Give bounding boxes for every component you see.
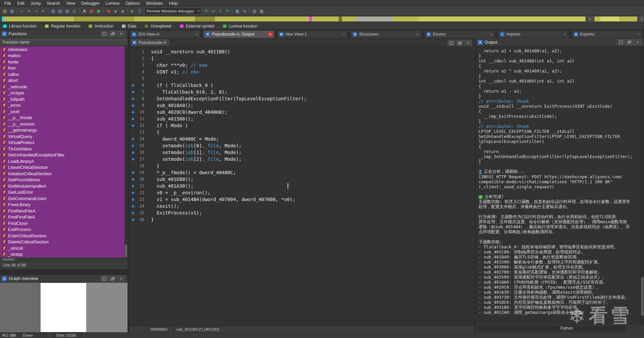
- functions-horizontal-scrollbar[interactable]: [0, 258, 128, 261]
- function-row[interactable]: fLoadLibraryA: [0, 158, 125, 164]
- code-line[interactable]: 22 v0 = _p__environ();: [130, 189, 475, 196]
- tab-hex-view-1[interactable]: HHex View-1×: [277, 30, 348, 38]
- function-row[interactable]: fTlsGetValue: [0, 146, 125, 152]
- tab-ida-view-a[interactable]: AIDA View-A×: [130, 30, 201, 38]
- menu-item-windows[interactable]: Windows: [143, 1, 166, 6]
- function-row[interactable]: f__getmainargs: [0, 127, 125, 134]
- pseudocode-panel[interactable]: 1void __noreturn sub_4011B0()2{3 char **…: [130, 46, 475, 326]
- function-row[interactable]: fGetModuleHandleA: [0, 183, 125, 189]
- code-line[interactable]: 1void __noreturn sub_4011B0(): [130, 48, 475, 55]
- tab-enums[interactable]: EEnums×: [424, 30, 495, 38]
- function-row[interactable]: fInitializeCriticalSection: [0, 171, 125, 177]
- function-row[interactable]: f__p__environ: [0, 121, 125, 127]
- code-line[interactable]: 18 }: [130, 162, 475, 169]
- start-process-icon[interactable]: ▶: [129, 8, 136, 14]
- debug-windows-icon[interactable]: ▣: [234, 8, 241, 14]
- close-icon[interactable]: ×: [562, 32, 567, 37]
- function-row[interactable]: f__p__fmode: [0, 115, 125, 121]
- new-file-icon[interactable]: ▤: [1, 8, 8, 14]
- window-restore-button[interactable]: [448, 40, 455, 46]
- function-row[interactable]: f_isctype: [0, 90, 125, 96]
- plugins-icon[interactable]: ▩: [258, 8, 265, 14]
- code-line[interactable]: 14 dword_40400C = Mode;: [130, 136, 475, 142]
- code-line[interactable]: 26}: [130, 216, 475, 223]
- font-icon[interactable]: A: [81, 8, 88, 14]
- window-float-button[interactable]: [456, 40, 463, 46]
- functions-vertical-scrollbar[interactable]: [125, 46, 128, 258]
- function-row[interactable]: fabort: [0, 78, 125, 84]
- tab-pseudocode-a-output[interactable]: PPseudocode-A, Output×: [203, 30, 274, 38]
- function-row[interactable]: fFindNextFileA: [0, 208, 125, 214]
- output-vertical-scrollbar[interactable]: [640, 46, 644, 324]
- code-line[interactable]: 4 UINT v1; // ebx: [130, 68, 475, 75]
- close-icon[interactable]: ×: [636, 32, 641, 37]
- window-restore-button[interactable]: [101, 31, 108, 37]
- window-close-button[interactable]: ×: [117, 276, 125, 282]
- code-line[interactable]: 24 cexit();: [130, 203, 475, 209]
- code-line[interactable]: 20 sub_401EB0();: [130, 176, 475, 183]
- window-close-button[interactable]: ×: [634, 39, 641, 45]
- attach-process-icon[interactable]: ↻: [203, 8, 210, 14]
- graph-overview-canvas[interactable]: [0, 283, 128, 332]
- window-float-button[interactable]: [109, 276, 116, 282]
- modules-icon[interactable]: ≡: [241, 8, 248, 14]
- tab-pseudocode-a[interactable]: P Pseudocode-A: [130, 39, 170, 46]
- function-row[interactable]: fDeleteCriticalSection: [0, 239, 125, 245]
- code-line[interactable]: 11 sub_401500();: [130, 115, 475, 122]
- code-line[interactable]: 19 *_p__fmode() = dword_40400C;: [130, 169, 475, 176]
- tab-exports[interactable]: XExports×: [572, 30, 643, 38]
- menu-item-file[interactable]: File: [1, 1, 14, 6]
- graph-thumbnail[interactable]: [40, 283, 87, 332]
- code-line[interactable]: 9 sub_4018A0();: [130, 102, 475, 109]
- code-line[interactable]: 15 setmode(iob[0]._file, Mode);: [130, 142, 475, 149]
- function-row[interactable]: fmalloc: [0, 53, 125, 59]
- close-icon[interactable]: ×: [415, 32, 420, 37]
- code-line[interactable]: 25 ExitProcess(v1);: [130, 209, 475, 216]
- scrollbar-thumb[interactable]: [125, 244, 127, 257]
- window-close-button[interactable]: ×: [464, 40, 472, 46]
- function-row[interactable]: fGetLastError: [0, 189, 125, 196]
- step-into-icon[interactable]: ↓: [217, 8, 224, 14]
- function-row[interactable]: fFindFirstFileA: [0, 214, 125, 221]
- run-until-return-icon[interactable]: ↦: [210, 8, 217, 14]
- menu-item-edit[interactable]: Edit: [14, 1, 28, 6]
- jump-segment-icon[interactable]: ▧: [64, 8, 71, 14]
- window-restore-button[interactable]: [101, 276, 108, 282]
- function-row[interactable]: fVirtualQuery: [0, 133, 125, 140]
- code-line[interactable]: 17 setmode(iob[2]._file, Mode);: [130, 156, 475, 162]
- code-line[interactable]: 23 v1 = sub_4014B4(dword_407004, dword_4…: [130, 196, 475, 203]
- function-row[interactable]: fFreeLibrary: [0, 202, 125, 208]
- search-icon[interactable]: ◎: [71, 8, 78, 14]
- function-name-column-header[interactable]: Function name: [0, 38, 128, 46]
- function-row[interactable]: f_strdup: [0, 251, 125, 258]
- window-close-button[interactable]: ×: [117, 31, 125, 37]
- scripts-icon[interactable]: ▨: [251, 8, 258, 14]
- step-over-icon[interactable]: ↷: [224, 8, 231, 14]
- function-row[interactable]: fcalloc: [0, 71, 125, 78]
- nav-back-menu-icon[interactable]: ▾: [26, 8, 33, 14]
- function-row[interactable]: fFindClose: [0, 220, 125, 227]
- code-line[interactable]: 2{: [130, 55, 475, 62]
- breakpoint-icon[interactable]: ●: [105, 8, 112, 14]
- pause-process-icon[interactable]: ‖: [136, 8, 143, 14]
- tab-structures[interactable]: SStructures×: [350, 30, 422, 38]
- function-row[interactable]: f_errno: [0, 102, 125, 109]
- function-row[interactable]: ffree: [0, 65, 125, 71]
- menu-item-search[interactable]: Search: [44, 1, 63, 6]
- tab-imports[interactable]: IImports×: [498, 30, 569, 38]
- close-icon[interactable]: ×: [341, 32, 346, 37]
- code-line[interactable]: 6 if ( TlsCallback_0 ): [130, 82, 475, 89]
- lumina-icon[interactable]: ●: [95, 8, 102, 14]
- nav-forward-icon[interactable]: →: [33, 8, 40, 14]
- menu-item-view[interactable]: View: [63, 1, 78, 6]
- code-line[interactable]: 8 SetUnhandledExceptionFilter(TopLevelEx…: [130, 95, 475, 102]
- debugger-selector[interactable]: Remote Windows debugger▾: [145, 8, 201, 14]
- breakpoint-list-icon[interactable]: ▪: [112, 8, 119, 14]
- function-row[interactable]: f_cexit: [0, 108, 125, 115]
- window-float-button[interactable]: [109, 31, 116, 37]
- function-row[interactable]: fGetProcAddress: [0, 177, 125, 183]
- cli-input[interactable]: [478, 326, 625, 331]
- menu-item-jump[interactable]: Jump: [28, 1, 44, 6]
- function-row[interactable]: f_stricoll: [0, 245, 125, 251]
- function-row[interactable]: fExitProcess: [0, 227, 125, 233]
